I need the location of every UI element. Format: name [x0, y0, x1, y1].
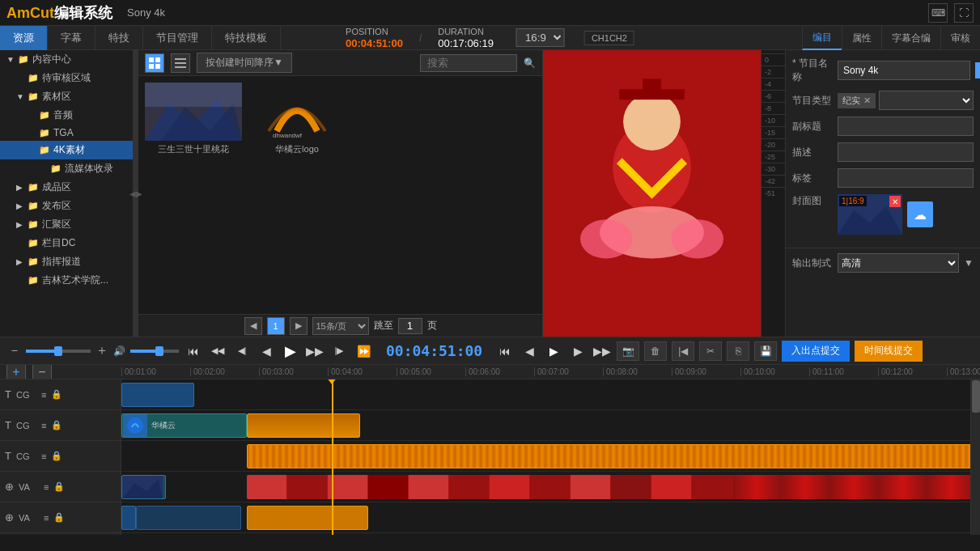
save-btn[interactable]: 💾: [754, 341, 777, 361]
remove-track-btn[interactable]: −: [32, 365, 52, 379]
fwd-fast-btn[interactable]: ▶▶: [592, 341, 612, 361]
ratio-select[interactable]: 16:9 4:3: [516, 28, 565, 47]
track-lock-va2[interactable]: 🔒: [53, 512, 65, 523]
clip-cg2-1[interactable]: 华橘云: [121, 413, 247, 438]
volume-icon[interactable]: 🔊: [113, 345, 125, 357]
rewind-btn[interactable]: ⏮: [495, 341, 515, 361]
cloud-upload-btn[interactable]: ☁: [907, 201, 933, 227]
fast-fwd-btn[interactable]: ⏩: [354, 341, 373, 361]
zoom-slider[interactable]: [26, 350, 91, 353]
play2-btn[interactable]: ▶: [544, 341, 563, 361]
zoom-out-btn[interactable]: －: [8, 342, 21, 359]
fwd-btn[interactable]: ▶: [568, 341, 588, 361]
tree-item-audio[interactable]: 📁 音频: [0, 106, 133, 125]
tracks-content[interactable]: 华橘云: [121, 379, 980, 535]
tags-input[interactable]: [838, 168, 974, 188]
tree-item-materials[interactable]: ▼ 📁 素材区: [0, 87, 133, 106]
ocr-button[interactable]: OCR: [975, 62, 980, 78]
play-back-btn[interactable]: ◀: [257, 341, 276, 361]
back-btn[interactable]: ◀: [520, 341, 539, 361]
per-page-select[interactable]: 15条/页: [312, 317, 369, 335]
track-lock-cg2[interactable]: 🔒: [51, 420, 62, 430]
tree-item-publish[interactable]: ▶ 📁 发布区: [0, 197, 133, 215]
play-fwd-btn[interactable]: ▶▶: [305, 341, 325, 361]
tree-item-column-dc[interactable]: 📁 栏目DC: [0, 234, 133, 252]
media-item-image[interactable]: 图片 dhwandwf 华橘云logo: [248, 83, 346, 155]
output-dropdown-icon[interactable]: ▼: [964, 257, 974, 269]
clip-va1-2[interactable]: [247, 475, 975, 499]
scrollbar-thumb[interactable]: [972, 380, 980, 413]
sort-button[interactable]: 按创建时间降序▼: [197, 53, 292, 73]
in-out-submit-btn[interactable]: 入出点提交: [782, 341, 850, 362]
scissors-btn[interactable]: ✂: [699, 341, 722, 361]
tab-program-mgmt[interactable]: 节目管理: [143, 26, 212, 50]
tree-item-finished[interactable]: ▶ 📁 成品区: [0, 178, 133, 197]
cover-delete-btn[interactable]: ✕: [889, 196, 901, 207]
rp-tab-subtitle-edit[interactable]: 字幕合编: [881, 26, 940, 50]
goto-input[interactable]: [398, 318, 422, 334]
tree-item-streaming[interactable]: 📁 流媒体收录: [0, 159, 133, 178]
list-view-btn[interactable]: [171, 53, 190, 73]
track-menu-cg1[interactable]: ≡: [41, 390, 46, 400]
tree-item-content-center[interactable]: ▼ 📁 内容中心: [0, 50, 133, 69]
media-item-video[interactable]: 4K 视频 三生三世十里桃花: [145, 83, 242, 155]
tree-item-tga[interactable]: 📁 TGA: [0, 125, 133, 141]
grid-view-btn[interactable]: [145, 53, 164, 73]
step-fwd-btn[interactable]: |▶: [329, 341, 349, 361]
zoom-in-btn[interactable]: ＋: [95, 342, 108, 359]
track-menu-va2[interactable]: ≡: [44, 513, 49, 523]
tracks-scrollbar[interactable]: [970, 379, 980, 535]
clip-cg2-2[interactable]: [247, 413, 360, 438]
delete-btn[interactable]: 🗑: [644, 341, 667, 361]
search-input[interactable]: [420, 54, 517, 72]
rp-tab-catalog[interactable]: 编目: [802, 26, 842, 50]
frame-back-btn[interactable]: ◀◀: [208, 341, 227, 361]
page-1-btn[interactable]: 1: [267, 317, 285, 335]
tree-item-aggregate[interactable]: ▶ 📁 汇聚区: [0, 215, 133, 234]
track-menu-cg3[interactable]: ≡: [41, 451, 46, 461]
keyboard-icon[interactable]: ⌨: [928, 3, 948, 23]
rp-tab-review[interactable]: 审核: [940, 26, 980, 50]
next-page-btn[interactable]: ▶: [290, 317, 308, 335]
output-select[interactable]: 高清: [838, 253, 959, 273]
prev-page-btn[interactable]: ◀: [244, 317, 262, 335]
copy-btn[interactable]: ⎘: [727, 341, 749, 361]
step-back-btn[interactable]: ◀|: [232, 341, 252, 361]
mark-in-btn[interactable]: |◀: [672, 341, 694, 361]
clip-cg3-1[interactable]: [247, 444, 975, 468]
type-select[interactable]: [879, 91, 974, 110]
clip-va2-2[interactable]: [136, 506, 241, 530]
track-lock-cg1[interactable]: 🔒: [51, 389, 62, 400]
add-track-btn[interactable]: +: [6, 365, 26, 379]
tab-subtitles[interactable]: 字幕: [48, 26, 95, 50]
track-lock-va1[interactable]: 🔒: [53, 481, 65, 492]
type-tag-close[interactable]: ✕: [863, 95, 871, 106]
desc-input[interactable]: [838, 142, 974, 162]
tree-item-pending[interactable]: 📁 待审核区域: [0, 69, 133, 87]
track-menu-va1[interactable]: ≡: [44, 482, 49, 492]
tree-item-command-report[interactable]: ▶ 📁 指挥报道: [0, 252, 133, 271]
timeline-submit-btn[interactable]: 时间线提交: [855, 341, 923, 362]
camera-btn[interactable]: 📷: [617, 341, 639, 361]
panel-divider[interactable]: ◀▶: [134, 50, 138, 337]
tree-item-4k[interactable]: 📁 4K素材: [0, 141, 133, 159]
subtitle-input[interactable]: [838, 117, 974, 136]
tab-effects[interactable]: 特技: [95, 26, 143, 50]
cover-thumbnail[interactable]: 1|16:9 ✕: [838, 194, 902, 235]
playhead[interactable]: [332, 379, 333, 535]
program-name-input[interactable]: [838, 61, 970, 80]
clip-va2-3[interactable]: [247, 506, 368, 530]
fullscreen-icon[interactable]: ⛶: [954, 3, 974, 23]
rewind-fast-btn[interactable]: ⏮: [184, 341, 203, 361]
volume-slider[interactable]: [130, 350, 179, 353]
clip-va1-1[interactable]: [121, 475, 166, 499]
tab-effect-templates[interactable]: 特技模板: [212, 26, 281, 50]
track-lock-cg3[interactable]: 🔒: [51, 451, 62, 461]
tree-item-jilin-art[interactable]: 📁 吉林艺术学院...: [0, 271, 133, 290]
clip-va2-1[interactable]: [121, 506, 136, 530]
clip-cg1-1[interactable]: [121, 383, 194, 407]
rp-tab-props[interactable]: 属性: [842, 26, 881, 50]
search-icon[interactable]: 🔍: [524, 57, 536, 69]
tab-resources[interactable]: 资源: [0, 26, 48, 50]
track-menu-cg2[interactable]: ≡: [41, 421, 46, 430]
